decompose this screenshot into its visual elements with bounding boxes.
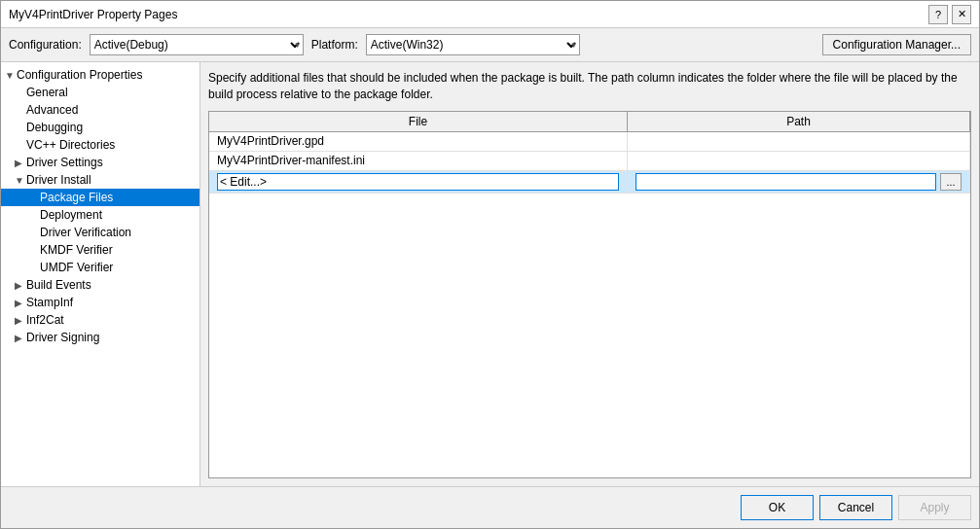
edit-path-cell: ...: [628, 171, 970, 193]
sidebar-label-kmdf-verifier: KMDF Verifier: [40, 243, 113, 257]
sidebar-item-driver-signing[interactable]: ▶Driver Signing: [1, 329, 200, 346]
sidebar-item-umdf-verifier[interactable]: UMDF Verifier: [1, 259, 200, 276]
edit-path-input[interactable]: [635, 173, 936, 191]
window-title: MyV4PrintDriver Property Pages: [9, 8, 177, 21]
platform-select[interactable]: Active(Win32): [366, 34, 580, 55]
sidebar-label-general: General: [26, 86, 68, 99]
sidebar-item-debugging[interactable]: Debugging: [1, 119, 200, 136]
sidebar-label-vc-directories: VC++ Directories: [26, 138, 115, 152]
main-window: MyV4PrintDriver Property Pages ? ✕ Confi…: [0, 0, 980, 529]
col-file-header: File: [209, 112, 628, 131]
file-table-header: File Path: [209, 112, 970, 132]
sidebar-item-config-properties[interactable]: ▼Configuration Properties: [1, 66, 200, 84]
sidebar-label-build-events: Build Events: [26, 278, 91, 292]
expand-icon-build-events: ▶: [15, 280, 26, 291]
col-path-header: Path: [628, 112, 970, 131]
config-select-wrapper: Active(Debug) ▼: [90, 34, 304, 55]
help-button[interactable]: ?: [928, 5, 948, 24]
sidebar-item-driver-verification[interactable]: Driver Verification: [1, 224, 200, 241]
sidebar-label-inf2cat: Inf2Cat: [26, 313, 64, 327]
edit-row: ...: [209, 171, 970, 194]
sidebar-item-driver-settings[interactable]: ▶Driver Settings: [1, 154, 200, 171]
sidebar-item-stampinf[interactable]: ▶StampInf: [1, 294, 200, 311]
config-manager-button[interactable]: Configuration Manager...: [822, 34, 971, 55]
sidebar-label-driver-signing: Driver Signing: [26, 331, 99, 344]
sidebar-item-kmdf-verifier[interactable]: KMDF Verifier: [1, 241, 200, 259]
expand-icon-inf2cat: ▶: [15, 315, 26, 326]
sidebar-label-debugging: Debugging: [26, 121, 83, 134]
sidebar-item-vc-directories[interactable]: VC++ Directories: [1, 136, 200, 154]
cancel-button[interactable]: Cancel: [819, 495, 892, 520]
sidebar-label-package-files: Package Files: [40, 191, 113, 204]
edit-file-cell: [209, 171, 628, 193]
expand-icon-driver-install: ▼: [15, 175, 26, 186]
description-text: Specify additional files that should be …: [208, 70, 971, 103]
sidebar: ▼Configuration PropertiesGeneralAdvanced…: [1, 62, 200, 486]
file-table: File Path MyV4PrintDriver.gpdMyV4PrintDr…: [208, 111, 971, 478]
table-row: MyV4PrintDriver.gpd: [209, 132, 970, 152]
main-content: ▼Configuration PropertiesGeneralAdvanced…: [1, 62, 979, 486]
toolbar: Configuration: Active(Debug) ▼ Platform:…: [1, 28, 979, 62]
sidebar-item-deployment[interactable]: Deployment: [1, 206, 200, 224]
browse-button[interactable]: ...: [940, 173, 962, 191]
platform-select-wrapper: Active(Win32) ▼: [366, 34, 580, 55]
sidebar-item-general[interactable]: General: [1, 84, 200, 101]
sidebar-label-driver-install: Driver Install: [26, 173, 91, 187]
ok-button[interactable]: OK: [741, 495, 814, 520]
close-button[interactable]: ✕: [952, 5, 971, 24]
table-row: MyV4PrintDriver-manifest.ini: [209, 152, 970, 171]
sidebar-label-deployment: Deployment: [40, 208, 102, 222]
file-table-body: MyV4PrintDriver.gpdMyV4PrintDriver-manif…: [209, 132, 970, 477]
sidebar-label-stampinf: StampInf: [26, 296, 73, 309]
sidebar-label-advanced: Advanced: [26, 103, 78, 117]
file-cell-1: MyV4PrintDriver-manifest.ini: [209, 152, 628, 170]
sidebar-item-package-files[interactable]: Package Files: [1, 189, 200, 206]
platform-label: Platform:: [311, 38, 358, 52]
sidebar-label-driver-verification: Driver Verification: [40, 226, 131, 239]
apply-button[interactable]: Apply: [898, 495, 971, 520]
sidebar-item-advanced[interactable]: Advanced: [1, 101, 200, 119]
edit-file-input[interactable]: [217, 173, 619, 191]
path-cell-0: [628, 132, 970, 151]
expand-icon-driver-settings: ▶: [15, 158, 26, 168]
title-bar-controls: ? ✕: [928, 5, 971, 24]
file-cell-0: MyV4PrintDriver.gpd: [209, 132, 628, 151]
bottom-buttons: OK Cancel Apply: [1, 486, 979, 528]
title-bar: MyV4PrintDriver Property Pages ? ✕: [1, 1, 979, 28]
sidebar-item-driver-install[interactable]: ▼Driver Install: [1, 171, 200, 189]
sidebar-item-build-events[interactable]: ▶Build Events: [1, 276, 200, 294]
expand-icon-driver-signing: ▶: [15, 333, 26, 343]
expand-icon-stampinf: ▶: [15, 298, 26, 308]
expand-icon-config-properties: ▼: [5, 70, 17, 81]
sidebar-item-inf2cat[interactable]: ▶Inf2Cat: [1, 311, 200, 329]
config-label: Configuration:: [9, 38, 82, 52]
right-panel: Specify additional files that should be …: [200, 62, 979, 486]
sidebar-label-config-properties: Configuration Properties: [17, 68, 142, 82]
sidebar-label-driver-settings: Driver Settings: [26, 156, 103, 169]
config-select[interactable]: Active(Debug): [90, 34, 304, 55]
path-cell-1: [628, 152, 970, 170]
sidebar-label-umdf-verifier: UMDF Verifier: [40, 261, 113, 274]
